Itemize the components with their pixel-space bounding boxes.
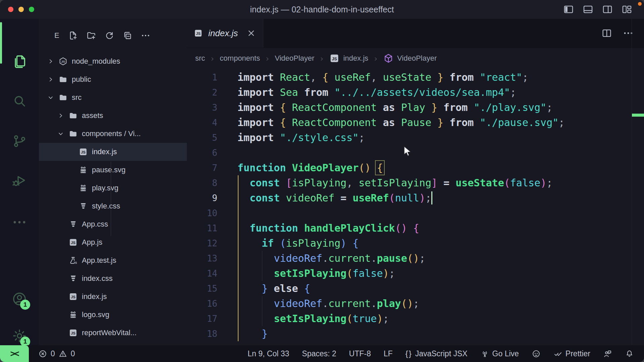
status-cursor-position[interactable]: Ln 9, Col 33 [248, 349, 289, 358]
toggle-panel-icon[interactable] [582, 4, 594, 15]
tree-item-index-css[interactable]: index.css [39, 269, 187, 288]
code-line-text: import { ReactComponent as Pause } from … [217, 117, 565, 128]
chevron-down-icon [57, 130, 68, 138]
tree-item-label: index.js [92, 147, 117, 156]
tab-index-js[interactable]: JS index.js [187, 19, 263, 48]
tree-item-index-js[interactable]: JSindex.js [39, 143, 187, 161]
breadcrumb-item-index-js[interactable]: JSindex.js [329, 53, 368, 64]
overview-ruler-cursor-mark [632, 114, 644, 117]
code-line[interactable]: 13 videoRef.current.pause(); [187, 251, 632, 266]
tree-item-reportwebvital[interactable]: JSreportWebVital... [39, 324, 187, 342]
toggle-primary-sidebar-icon[interactable] [563, 4, 574, 15]
status-notifications[interactable] [625, 349, 634, 358]
tree-item-components-vi[interactable]: components / Vi... [39, 125, 187, 143]
code-token: play [377, 298, 401, 309]
editor-more-icon[interactable] [623, 27, 634, 39]
svg-text:JS: JS [71, 331, 75, 335]
code-line[interactable]: 1import React, { useRef, useState } from… [187, 70, 632, 85]
tree-item-src[interactable]: src [39, 88, 187, 107]
tree-item-label: index.js [82, 292, 107, 301]
tree-item-app-css[interactable]: App.css [39, 215, 187, 233]
error-icon [38, 349, 47, 358]
code-line[interactable]: 7function VideoPlayer() { [187, 160, 632, 175]
activity-more-actions[interactable] [11, 214, 28, 230]
code-token: . [322, 252, 328, 264]
code-line[interactable]: 11 function handlePlayClick() { [187, 221, 632, 236]
code-line[interactable]: 4import { ReactComponent as Pause } from… [187, 115, 632, 130]
breadcrumb-item-src[interactable]: src [195, 54, 205, 63]
status-label: Go Live [492, 349, 519, 358]
tree-item-public[interactable]: public [39, 70, 187, 88]
tree-item-play-svg[interactable]: SVGplay.svg [39, 179, 187, 197]
code-token: from [443, 71, 480, 83]
code-token: ; [383, 313, 389, 324]
new-file-icon[interactable] [68, 31, 78, 41]
activity-run-and-debug[interactable] [11, 172, 28, 188]
code-editor[interactable]: 1import React, { useRef, useState } from… [187, 70, 632, 341]
text-caret [431, 191, 432, 204]
explorer-more-icon[interactable] [141, 31, 151, 41]
recording-dot-icon [638, 2, 642, 6]
breadcrumb-item-components[interactable]: components [220, 54, 260, 63]
split-editor-icon[interactable] [601, 27, 612, 39]
code-line[interactable]: 9 const videoRef = useRef(null); [187, 190, 632, 205]
activity-source-control[interactable] [11, 133, 28, 149]
code-token: , [310, 71, 322, 83]
tree-item-pause-svg[interactable]: SVGpause.svg [39, 161, 187, 179]
code-line[interactable]: 15 } else { [187, 281, 632, 296]
code-token [346, 237, 353, 249]
code-line[interactable]: 3import { ReactComponent as Play } from … [187, 100, 632, 115]
activity-explorer[interactable] [11, 54, 28, 70]
tree-item-index-js[interactable]: JSindex.js [39, 288, 187, 306]
tab-close-icon[interactable] [246, 28, 256, 38]
breadcrumb-item-videoplayer-symbol[interactable]: VideoPlayer [383, 53, 437, 64]
code-token: useState [383, 71, 432, 83]
tree-item-logo-svg[interactable]: SVGlogo.svg [39, 306, 187, 324]
activity-accounts[interactable]: 1 [11, 291, 28, 307]
tree-item-style-css[interactable]: style.css [39, 197, 187, 215]
code-line[interactable]: 17 setIsPlaying(true); [187, 311, 632, 326]
status-indentation[interactable]: Spaces: 2 [302, 349, 336, 358]
new-folder-icon[interactable] [86, 31, 96, 41]
tree-item-node-modules[interactable]: JSnode_modules [39, 52, 187, 70]
code-token: () [407, 252, 419, 264]
tree-item-assets[interactable]: assets [39, 107, 187, 125]
collapse-folders-icon[interactable] [122, 31, 132, 41]
status-go-live[interactable]: Go Live [480, 349, 519, 358]
status-prettier[interactable]: Prettier [553, 349, 590, 358]
title-bar: index.js — 02-handle-dom-in-useeffect [0, 0, 644, 19]
code-line[interactable]: 5import "./style.css"; [187, 130, 632, 145]
status-extension-face[interactable] [532, 349, 541, 358]
status-eol[interactable]: LF [384, 349, 393, 358]
status-feedback[interactable] [603, 349, 612, 358]
code-line[interactable]: 14 setIsPlaying(false); [187, 266, 632, 281]
code-line[interactable]: 16 videoRef.current.play(); [187, 296, 632, 311]
line-number: 12 [187, 238, 217, 248]
activity-manage[interactable]: 1 [11, 328, 28, 344]
scrollbar-track[interactable] [632, 19, 632, 345]
code-line[interactable]: 18 } [187, 326, 632, 341]
activity-search[interactable] [11, 93, 28, 109]
toggle-secondary-sidebar-icon[interactable] [602, 4, 613, 15]
status-encoding[interactable]: UTF-8 [349, 349, 371, 358]
breadcrumb-item-videoplayer[interactable]: VideoPlayer [275, 54, 314, 63]
svg-text:JS: JS [71, 241, 75, 245]
code-token: isPlaying [286, 237, 341, 249]
remote-indicator[interactable]: >< [0, 345, 29, 362]
tree-item-app-test-js[interactable]: JSApp.test.js [39, 251, 187, 269]
refresh-explorer-icon[interactable] [104, 31, 114, 41]
svg-text:JS: JS [196, 32, 201, 36]
code-line[interactable]: 8 const [isPlaying, setIsPlaying] = useS… [187, 175, 632, 190]
status-language-mode[interactable]: {}JavaScript JSX [406, 349, 468, 358]
tree-item-app-js[interactable]: JSApp.js [39, 233, 187, 251]
css-file-icon [78, 201, 88, 211]
breadcrumb-separator-icon [264, 55, 270, 61]
tab-label: index.js [208, 28, 246, 39]
code-token: function [250, 222, 304, 234]
code-line[interactable]: 12 if (isPlaying) { [187, 236, 632, 251]
code-line[interactable]: 2import Sea from "../../assets/videos/se… [187, 85, 632, 100]
problems-status[interactable]: 0 0 [38, 349, 75, 358]
warning-count: 0 [71, 349, 75, 358]
customize-layout-icon[interactable] [621, 4, 633, 15]
code-line[interactable]: 10 [187, 205, 632, 221]
